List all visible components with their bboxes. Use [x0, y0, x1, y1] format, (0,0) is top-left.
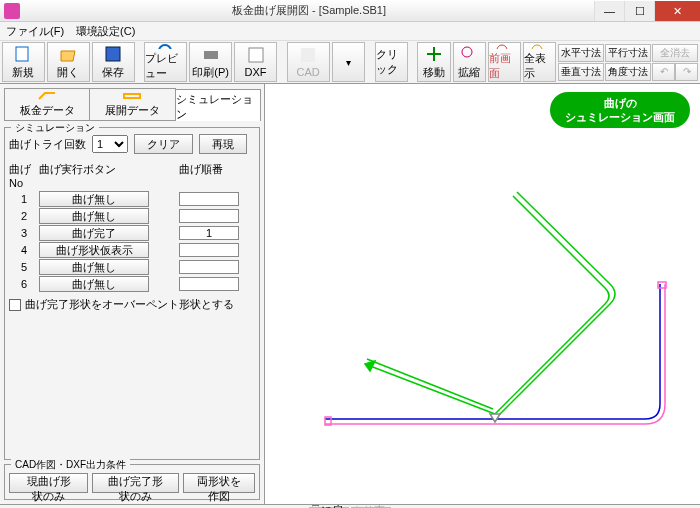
svg-rect-9	[124, 94, 140, 98]
left-panel: 板金データ 展開データ シミュレーション シミュレーション 曲げトライ回数 1 …	[0, 84, 265, 504]
zoom-button[interactable]: 拡縮	[453, 42, 486, 82]
bend-table-header: 曲げNo曲げ実行ボタン曲げ順番	[9, 162, 255, 189]
main-toolbar: 新規 開く 保存 プレビュー 印刷(P) DXF CAD ▾ クリック 移動 拡…	[0, 40, 700, 84]
simulation-group: シミュレーション 曲げトライ回数 1 クリア 再現 曲げNo曲げ実行ボタン曲げ順…	[4, 127, 260, 460]
bend-drawing	[265, 84, 695, 484]
pdim-button[interactable]: 平行寸法	[605, 44, 651, 62]
bend-order	[179, 260, 239, 274]
bend-row: 1 曲げ無し	[9, 191, 255, 207]
overbend-checkbox[interactable]	[9, 299, 21, 311]
tab-expand-data[interactable]: 展開データ	[89, 88, 175, 120]
bend-exec-button[interactable]: 曲げ無し	[39, 276, 149, 292]
svg-point-8	[532, 45, 542, 49]
bend-order: 1	[179, 226, 239, 240]
bend-row: 2 曲げ無し	[9, 208, 255, 224]
try-select[interactable]: 1	[92, 135, 128, 153]
adim-button[interactable]: 角度寸法	[605, 63, 651, 81]
bend-exec-button[interactable]: 曲げ無し	[39, 259, 149, 275]
bend-no: 4	[9, 244, 39, 256]
bend-no: 5	[9, 261, 39, 273]
clear-dim-button[interactable]: 全消去	[652, 44, 698, 62]
bend-order	[179, 192, 239, 206]
menu-env[interactable]: 環境設定(C)	[76, 24, 135, 38]
bottom-toolbar: 元に戻す やり直し	[0, 504, 700, 508]
cad-output-group: CAD作図・DXF出力条件 現曲げ形状のみ 曲げ完了形状のみ 両形状を作図	[4, 464, 260, 500]
tab-simulation[interactable]: シミュレーション	[175, 89, 261, 121]
svg-point-7	[497, 45, 507, 49]
sim-legend: シミュレーション	[11, 121, 99, 135]
hdim-button[interactable]: 水平寸法	[558, 44, 604, 62]
preview-button[interactable]: プレビュー	[144, 42, 187, 82]
menu-file[interactable]: ファイル(F)	[6, 24, 64, 38]
bend-exec-button[interactable]: 曲げ無し	[39, 208, 149, 224]
bend-row: 4 曲げ形状仮表示	[9, 242, 255, 258]
svg-rect-1	[106, 47, 120, 61]
replay-button[interactable]: 再現	[199, 134, 247, 154]
svg-rect-3	[204, 51, 218, 59]
overbend-label: 曲げ完了形状をオーバーペント形状とする	[25, 297, 234, 312]
redo-dim-button[interactable]: ↷	[675, 63, 698, 81]
bend-order	[179, 209, 239, 223]
move-button[interactable]: 移動	[417, 42, 450, 82]
drawing-canvas[interactable]: 曲げのシュミレーション画面	[265, 84, 700, 504]
window-title: 板金曲げ展開図 - [Sample.SB1]	[24, 3, 594, 18]
both-shape-button[interactable]: 両形状を作図	[183, 473, 255, 493]
bend-exec-button[interactable]: 曲げ無し	[39, 191, 149, 207]
click-button[interactable]: クリック	[375, 42, 408, 82]
dropdown-button[interactable]: ▾	[332, 42, 365, 82]
svg-rect-5	[301, 48, 315, 62]
maximize-button[interactable]: ☐	[624, 1, 654, 21]
show-all-button[interactable]: 全表示	[523, 42, 556, 82]
new-button[interactable]: 新規	[2, 42, 45, 82]
svg-rect-0	[16, 47, 28, 61]
current-shape-button[interactable]: 現曲げ形状のみ	[9, 473, 88, 493]
dimension-toolbar: 水平寸法 平行寸法 全消去 垂直寸法 角度寸法 ↶↷	[558, 44, 698, 81]
svg-rect-4	[249, 48, 263, 62]
bend-order	[179, 243, 239, 257]
save-button[interactable]: 保存	[92, 42, 135, 82]
bend-row: 3 曲げ完了 1	[9, 225, 255, 241]
print-button[interactable]: 印刷(P)	[189, 42, 232, 82]
undo-dim-button[interactable]: ↶	[652, 63, 675, 81]
bend-no: 2	[9, 210, 39, 222]
bend-no: 1	[9, 193, 39, 205]
menubar: ファイル(F) 環境設定(C)	[0, 22, 700, 40]
open-button[interactable]: 開く	[47, 42, 90, 82]
tab-sheet-data[interactable]: 板金データ	[4, 88, 90, 120]
bend-row: 6 曲げ無し	[9, 276, 255, 292]
complete-shape-button[interactable]: 曲げ完了形状のみ	[92, 473, 179, 493]
vdim-button[interactable]: 垂直寸法	[558, 63, 604, 81]
minimize-button[interactable]: —	[594, 1, 624, 21]
try-label: 曲げトライ回数	[9, 137, 86, 152]
app-icon	[4, 3, 20, 19]
svg-point-2	[159, 45, 171, 49]
bend-no: 3	[9, 227, 39, 239]
bend-exec-button[interactable]: 曲げ形状仮表示	[39, 242, 149, 258]
close-button[interactable]: ✕	[654, 1, 700, 21]
tab-strip: 板金データ 展開データ シミュレーション	[4, 88, 260, 121]
prev-view-button[interactable]: 前画面	[488, 42, 521, 82]
bend-no: 6	[9, 278, 39, 290]
cad-legend: CAD作図・DXF出力条件	[11, 458, 130, 472]
svg-point-6	[462, 47, 472, 57]
titlebar: 板金曲げ展開図 - [Sample.SB1] — ☐ ✕	[0, 0, 700, 22]
clear-button[interactable]: クリア	[134, 134, 193, 154]
bend-row: 5 曲げ無し	[9, 259, 255, 275]
dxf-button[interactable]: DXF	[234, 42, 277, 82]
bend-exec-button[interactable]: 曲げ完了	[39, 225, 149, 241]
cad-button[interactable]: CAD	[287, 42, 330, 82]
bend-order	[179, 277, 239, 291]
